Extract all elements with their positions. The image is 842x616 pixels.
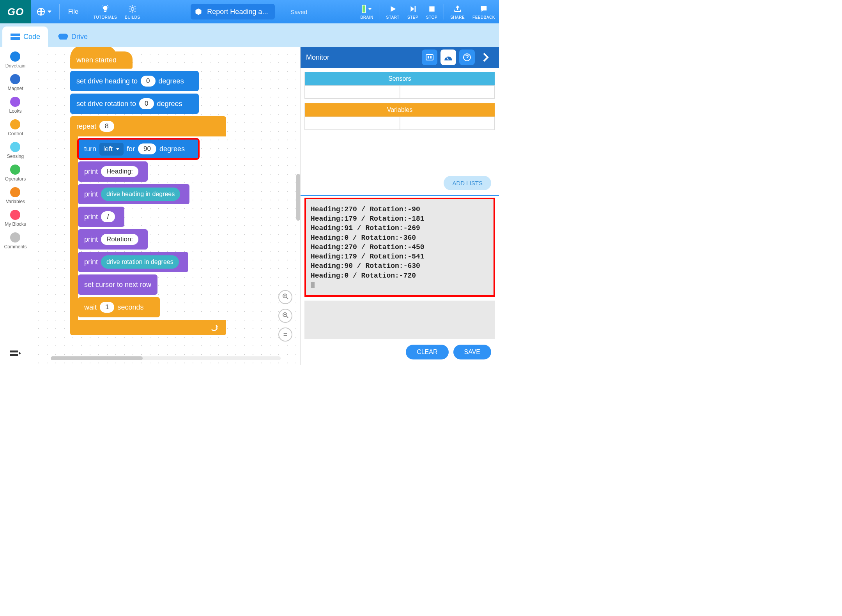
chevron-down-icon (48, 11, 51, 13)
palette-looks[interactable]: Looks (4, 97, 27, 114)
tutorials-button[interactable]: TUTORIALS (90, 0, 121, 23)
block-print-heading[interactable]: print Heading: (78, 161, 148, 182)
dashboard-button[interactable] (440, 50, 456, 65)
category-dot-icon (10, 165, 20, 175)
svg-rect-7 (10, 354, 18, 356)
vertical-scrollbar[interactable] (296, 174, 300, 221)
category-dot-icon (10, 97, 20, 107)
collapse-icon (10, 349, 21, 357)
top-toolbar: GO File TUTORIALS BUILDS Report Heading … (0, 0, 499, 23)
zoom-out-button[interactable] (278, 309, 292, 323)
chevron-down-icon (368, 8, 372, 10)
gear-icon (127, 4, 138, 14)
palette-operators[interactable]: Operators (4, 165, 27, 182)
expand-button[interactable] (478, 50, 494, 65)
gauge-icon (444, 53, 453, 61)
svg-rect-6 (10, 350, 18, 352)
category-dot-icon (10, 210, 20, 220)
variables-table: Variables (304, 103, 495, 130)
zoom-in-button[interactable] (278, 290, 292, 304)
share-icon (453, 4, 463, 14)
svg-rect-10 (426, 55, 433, 60)
help-button[interactable] (459, 50, 475, 65)
tab-row: Code Drive (0, 23, 499, 47)
save-button[interactable]: SAVE (453, 345, 492, 359)
lightbulb-icon (100, 4, 110, 14)
print-text-input[interactable]: Rotation: (101, 234, 138, 245)
turn-degrees-input[interactable]: 90 (138, 143, 156, 154)
logo: GO (0, 0, 31, 23)
device-button[interactable] (422, 50, 437, 65)
help-icon (463, 53, 471, 62)
add-lists-button[interactable]: ADD LISTS (444, 176, 491, 190)
category-dot-icon (10, 142, 20, 152)
block-print-slash[interactable]: print / (78, 207, 124, 227)
sensing-reporter[interactable]: drive rotation in degrees (101, 255, 179, 269)
svg-rect-2 (415, 6, 416, 12)
builds-button[interactable]: BUILDS (121, 0, 144, 23)
feedback-button[interactable]: FEEDBACK (469, 0, 499, 23)
block-wait[interactable]: wait 1 seconds (78, 297, 160, 317)
print-text-input[interactable]: / (101, 211, 115, 222)
block-turn[interactable]: turn left for 90 degrees (78, 139, 199, 159)
step-button[interactable]: STEP (403, 0, 422, 23)
svg-rect-5 (11, 37, 20, 40)
tab-drive[interactable]: Drive (50, 27, 96, 47)
horizontal-scrollbar[interactable] (51, 356, 281, 360)
block-print-drive-rotation[interactable]: print drive rotation in degrees (78, 252, 188, 272)
svg-rect-12 (430, 56, 432, 58)
code-canvas[interactable]: when started set drive heading to 0 degr… (31, 47, 300, 365)
block-print-rotation[interactable]: print Rotation: (78, 229, 148, 250)
svg-rect-4 (11, 34, 20, 36)
clear-button[interactable]: CLEAR (406, 345, 448, 359)
palette-variables[interactable]: Variables (4, 187, 27, 204)
block-set-cursor[interactable]: set cursor to next row (78, 274, 157, 295)
share-button[interactable]: SHARE (446, 0, 469, 23)
block-print-drive-heading[interactable]: print drive heading in degrees (78, 184, 189, 204)
repeat-input[interactable]: 8 (99, 121, 114, 132)
language-button[interactable] (31, 0, 57, 23)
svg-rect-3 (429, 6, 434, 11)
category-dot-icon (10, 51, 20, 62)
chevron-right-icon (482, 52, 489, 63)
print-text-input[interactable]: Heading: (101, 166, 138, 177)
gamepad-icon (58, 33, 68, 41)
svg-point-1 (131, 7, 134, 10)
step-icon (408, 4, 418, 14)
block-set-rotation[interactable]: set drive rotation to 0 degrees (70, 94, 199, 114)
globe-icon (37, 7, 45, 16)
rotation-input[interactable]: 0 (139, 98, 154, 109)
palette-magnet[interactable]: Magnet (4, 74, 27, 91)
monitor-panel: Monitor Sensors Variables ADD LISTS Head… (300, 47, 499, 365)
sensing-reporter[interactable]: drive heading in degrees (101, 188, 180, 201)
project-title[interactable]: Report Heading a... (191, 4, 275, 19)
block-set-heading[interactable]: set drive heading to 0 degrees (70, 71, 199, 91)
block-palette: DrivetrainMagnetLooksControlSensingOpera… (0, 47, 31, 365)
palette-control[interactable]: Control (4, 119, 27, 136)
category-dot-icon (10, 74, 20, 84)
palette-drivetrain[interactable]: Drivetrain (4, 51, 27, 69)
wait-input[interactable]: 1 (100, 302, 114, 313)
file-menu[interactable]: File (62, 0, 85, 23)
palette-my-blocks[interactable]: My Blocks (4, 210, 27, 227)
tab-code[interactable]: Code (2, 27, 48, 47)
turn-direction-dropdown[interactable]: left (99, 143, 124, 156)
start-button[interactable]: START (382, 0, 403, 23)
port-icon (425, 54, 434, 61)
category-dot-icon (10, 187, 20, 197)
stop-button[interactable]: STOP (422, 0, 441, 23)
brain-button[interactable]: BRAIN (357, 0, 377, 23)
heading-input[interactable]: 0 (141, 76, 155, 87)
block-icon (195, 8, 202, 16)
svg-rect-11 (428, 56, 429, 58)
zoom-in-icon (282, 293, 288, 299)
palette-comments[interactable]: Comments (4, 232, 27, 250)
chat-icon (479, 4, 489, 14)
sensors-table: Sensors (304, 72, 495, 99)
collapse-button[interactable] (0, 342, 31, 365)
zoom-out-icon (282, 312, 288, 318)
zoom-reset-button[interactable]: = (278, 327, 292, 342)
block-repeat[interactable]: repeat 8 turn left for 90 degrees (70, 116, 226, 335)
palette-sensing[interactable]: Sensing (4, 142, 27, 159)
block-when-started[interactable]: when started (70, 51, 133, 69)
